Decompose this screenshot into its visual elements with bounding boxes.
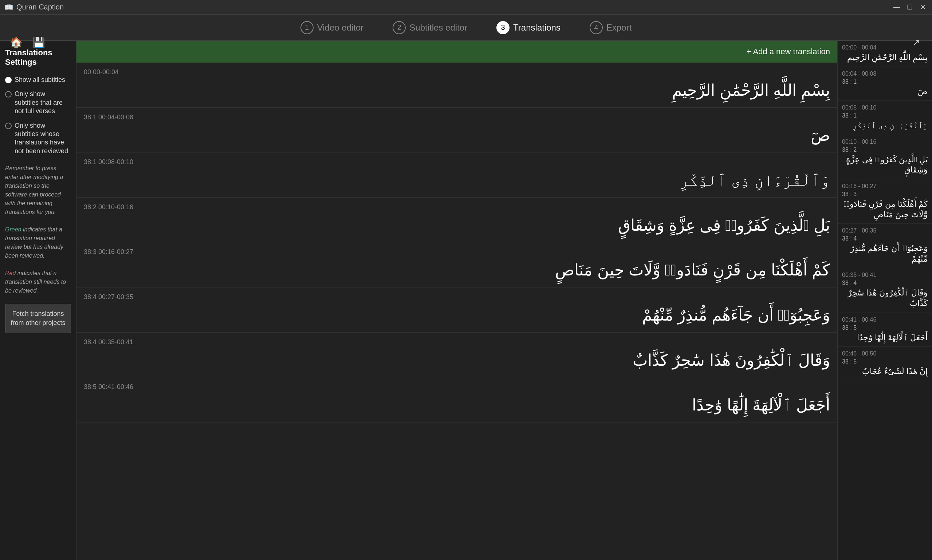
top-right-icon-area: ↗ bbox=[907, 34, 925, 51]
main-layout: Translations Settings Show all subtitles… bbox=[0, 41, 932, 560]
close-button[interactable]: ✕ bbox=[918, 3, 927, 12]
title-bar: 📖 Quran Caption — ☐ ✕ bbox=[0, 0, 932, 15]
right-ref-3: 38 : 2 bbox=[842, 147, 927, 153]
content-header: + Add a new translation bbox=[77, 41, 837, 63]
red-label: Red bbox=[5, 270, 15, 276]
nav-num-3: 3 bbox=[497, 21, 509, 34]
right-item-8[interactable]: 00:46 - 00:50 38 : 5 إِنَّ هَٰذَا لَشَىْ… bbox=[838, 347, 932, 381]
nav-num-2: 2 bbox=[393, 21, 406, 34]
right-arabic-7: أَجَعَلَ ٱلْآلِهَةَ إِلَٰهًا وَٰحِدًا bbox=[842, 332, 927, 343]
maximize-button[interactable]: ☐ bbox=[905, 3, 915, 12]
right-arabic-4: كَمْ أَهْلَكْنَا مِن قَرْنٍ فَنَادَوا۟ و… bbox=[842, 199, 927, 220]
app-icon: 📖 bbox=[5, 3, 14, 12]
subtitle-arabic-6: وَقَالَ ٱلْكَٰفِرُونَ هَٰذَا سَٰحِرٌ كَذ… bbox=[84, 349, 830, 372]
right-time-8: 00:46 - 00:50 bbox=[842, 351, 927, 357]
nav-subtitles-editor[interactable]: 2 Subtitles editor bbox=[393, 21, 467, 34]
home-button[interactable]: 🏠 bbox=[7, 34, 25, 51]
subtitle-row-3: 38:2 00:10-00:16 بَلِ ٱلَّذِينَ كَفَرُوا… bbox=[77, 198, 837, 243]
right-time-4: 00:16 - 00:27 bbox=[842, 183, 927, 189]
nav-label-translations: Translations bbox=[513, 23, 560, 33]
subtitle-list: 00:00-00:04 بِسْمِ اللَّهِ الرَّحْمَٰنِ … bbox=[77, 63, 837, 560]
info-text-3: Red indicates that a translation still n… bbox=[5, 269, 71, 295]
filter-show-all-label: Show all subtitles bbox=[15, 76, 65, 84]
subtitle-row-0: 00:00-00:04 بِسْمِ اللَّهِ الرَّحْمَٰنِ … bbox=[77, 63, 837, 108]
nav-num-1: 1 bbox=[301, 21, 313, 34]
subtitle-meta-5: 38:4 00:27-00:35 bbox=[84, 293, 830, 301]
right-item-5[interactable]: 00:27 - 00:35 38 : 4 وَعَجِبُوٓا۟ أَن جَ… bbox=[838, 224, 932, 268]
nav-label-export: Export bbox=[606, 23, 631, 33]
right-ref-5: 38 : 4 bbox=[842, 235, 927, 242]
radio-not-reviewed[interactable] bbox=[5, 123, 12, 129]
nav-label-subtitles-editor: Subtitles editor bbox=[409, 23, 467, 33]
right-time-6: 00:35 - 00:41 bbox=[842, 272, 927, 278]
top-nav: 1 Video editor 2 Subtitles editor 3 Tran… bbox=[0, 15, 932, 41]
right-time-5: 00:27 - 00:35 bbox=[842, 228, 927, 234]
info-text-2: Green indicates that a translation requi… bbox=[5, 225, 71, 260]
subtitle-row-7: 38:5 00:41-00:46 أَجَعَلَ ٱلْآلِهَةَ إِل… bbox=[77, 377, 837, 423]
subtitle-arabic-3: بَلِ ٱلَّذِينَ كَفَرُوا۟ فِى عِزَّةٍ وَش… bbox=[84, 214, 830, 237]
right-arabic-0: بِسْمِ اللَّهِ الرَّحْمَٰنِ الرَّحِيمِ bbox=[842, 52, 927, 63]
subtitle-arabic-2: وَٱلْقُرْءَانِ ذِى ٱلذِّكْرِ bbox=[84, 169, 830, 191]
window-controls: — ☐ ✕ bbox=[892, 3, 927, 12]
info-text-1: Remember to press enter after modifying … bbox=[5, 164, 71, 217]
subtitle-arabic-5: وَعَجِبُوٓا۟ أَن جَآءَهُم مُّنذِرٌ مِّنْ… bbox=[84, 304, 830, 326]
center-content: + Add a new translation 00:00-00:04 بِسْ… bbox=[77, 41, 837, 560]
right-time-1: 00:04 - 00:08 bbox=[842, 71, 927, 77]
right-arabic-3: بَلِ ٱلَّذِينَ كَفَرُوا۟ فِى عِزَّةٍ وَش… bbox=[842, 155, 927, 175]
filter-show-all[interactable]: Show all subtitles bbox=[5, 76, 71, 84]
right-arabic-5: وَعَجِبُوٓا۟ أَن جَآءَهُم مُّنذِرٌ مِّنْ… bbox=[842, 243, 927, 264]
filter-not-reviewed[interactable]: Only show subtitles whose translations h… bbox=[5, 122, 71, 156]
filter-not-reviewed-label: Only show subtitles whose translations h… bbox=[15, 122, 71, 156]
right-time-7: 00:41 - 00:46 bbox=[842, 317, 927, 323]
right-ref-8: 38 : 5 bbox=[842, 358, 927, 365]
nav-video-editor[interactable]: 1 Video editor bbox=[301, 21, 364, 34]
subtitle-arabic-0: بِسْمِ اللَّهِ الرَّحْمَٰنِ الرَّحِيمِ bbox=[84, 79, 830, 102]
subtitle-row-1: 38:1 00:04-00:08 صٓ bbox=[77, 108, 837, 153]
subtitle-arabic-1: صٓ bbox=[84, 124, 830, 147]
radio-not-full-verses[interactable] bbox=[5, 91, 12, 97]
add-translation-button[interactable]: + Add a new translation bbox=[747, 47, 830, 56]
subtitle-meta-2: 38:1 00:08-00:10 bbox=[84, 158, 830, 166]
right-ref-6: 38 : 4 bbox=[842, 280, 927, 286]
right-arabic-1: صٓ bbox=[842, 86, 927, 97]
right-time-3: 00:10 - 00:16 bbox=[842, 138, 927, 145]
export-icon-button[interactable]: ↗ bbox=[907, 34, 925, 51]
sidebar: Translations Settings Show all subtitles… bbox=[0, 41, 77, 560]
right-ref-1: 38 : 1 bbox=[842, 78, 927, 85]
right-item-2[interactable]: 00:08 - 00:10 38 : 1 وَٱلْقُرْءَانِ ذِى … bbox=[838, 101, 932, 135]
minimize-button[interactable]: — bbox=[892, 3, 901, 12]
subtitle-meta-3: 38:2 00:10-00:16 bbox=[84, 203, 830, 211]
subtitle-row-6: 38:4 00:35-00:41 وَقَالَ ٱلْكَٰفِرُونَ ه… bbox=[77, 332, 837, 378]
subtitle-row-4: 38:3 00:16-00:27 كَمْ أَهْلَكْنَا مِن قَ… bbox=[77, 242, 837, 288]
subtitle-row-2: 38:1 00:08-00:10 وَٱلْقُرْءَانِ ذِى ٱلذِ… bbox=[77, 152, 837, 198]
subtitle-meta-4: 38:3 00:16-00:27 bbox=[84, 248, 830, 256]
right-item-1[interactable]: 00:04 - 00:08 38 : 1 صٓ bbox=[838, 67, 932, 101]
subtitle-meta-7: 38:5 00:41-00:46 bbox=[84, 383, 830, 391]
filter-not-full-verses-label: Only show subtitles that are not full ve… bbox=[15, 90, 71, 115]
right-ref-7: 38 : 5 bbox=[842, 325, 927, 331]
save-button[interactable]: 💾 bbox=[30, 34, 47, 51]
subtitle-meta-6: 38:4 00:35-00:41 bbox=[84, 338, 830, 346]
right-arabic-8: إِنَّ هَٰذَا لَشَىْءٌ عُجَابٌ bbox=[842, 366, 927, 377]
right-item-6[interactable]: 00:35 - 00:41 38 : 4 وَقَالَ ٱلْكَٰفِرُو… bbox=[838, 268, 932, 312]
right-item-7[interactable]: 00:41 - 00:46 38 : 5 أَجَعَلَ ٱلْآلِهَةَ… bbox=[838, 313, 932, 347]
subtitle-arabic-7: أَجَعَلَ ٱلْآلِهَةَ إِلَٰهًا وَٰحِدًا bbox=[84, 394, 830, 416]
app-title-area: 📖 Quran Caption bbox=[5, 3, 64, 12]
right-panel: 00:00 - 00:04 بِسْمِ اللَّهِ الرَّحْمَٰن… bbox=[837, 41, 932, 560]
right-arabic-2: وَٱلْقُرْءَانِ ذِى ٱلذِّكْرِ bbox=[842, 120, 927, 131]
nav-num-4: 4 bbox=[589, 21, 603, 34]
nav-translations[interactable]: 3 Translations bbox=[497, 21, 560, 34]
fetch-translations-button[interactable]: Fetch translations from other projects bbox=[5, 304, 71, 333]
right-item-3[interactable]: 00:10 - 00:16 38 : 2 بَلِ ٱلَّذِينَ كَفَ… bbox=[838, 135, 932, 179]
top-left-icons: 🏠 💾 bbox=[7, 34, 47, 51]
subtitle-meta-1: 38:1 00:04-00:08 bbox=[84, 114, 830, 121]
right-time-2: 00:08 - 00:10 bbox=[842, 105, 927, 111]
subtitle-row-5: 38:4 00:27-00:35 وَعَجِبُوٓا۟ أَن جَآءَه… bbox=[77, 288, 837, 332]
nav-export[interactable]: 4 Export bbox=[589, 21, 631, 34]
filter-not-full-verses[interactable]: Only show subtitles that are not full ve… bbox=[5, 90, 71, 115]
right-arabic-6: وَقَالَ ٱلْكَٰفِرُونَ هَٰذَا سَٰحِرٌ كَذ… bbox=[842, 288, 927, 309]
right-ref-2: 38 : 1 bbox=[842, 112, 927, 119]
radio-show-all[interactable] bbox=[5, 77, 12, 83]
green-label: Green bbox=[5, 226, 21, 232]
right-item-4[interactable]: 00:16 - 00:27 38 : 3 كَمْ أَهْلَكْنَا مِ… bbox=[838, 179, 932, 224]
